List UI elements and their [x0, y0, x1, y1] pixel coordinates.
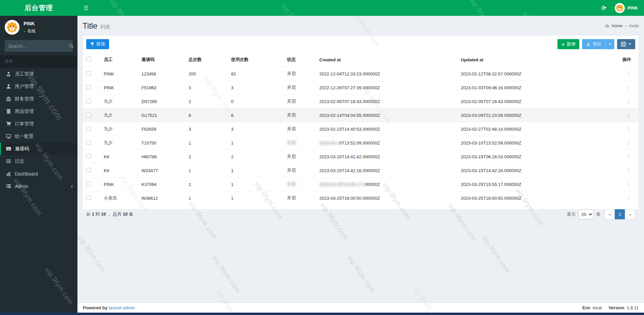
- online-dot-icon: ●: [24, 30, 25, 33]
- sidebar-item-admin[interactable]: Admin ‹: [0, 180, 77, 192]
- breadcrumb-home-link[interactable]: Home: [612, 24, 622, 28]
- column-header: 邀请码: [138, 53, 185, 67]
- cell-updated-at: 2023-03-10T13:52:09.000000Z: [457, 136, 602, 150]
- row-actions-icon[interactable]: ⋮: [626, 154, 631, 159]
- select-all-checkbox[interactable]: [86, 57, 91, 62]
- pagination-prev-button[interactable]: «: [605, 209, 615, 219]
- row-checkbox[interactable]: [86, 168, 91, 172]
- laravel-admin-link[interactable]: laravel-admin: [109, 305, 135, 310]
- cell-created-at: 2023-03-10T13:52:09.000000Z: [316, 136, 457, 150]
- row-actions-icon[interactable]: ⋮: [626, 98, 631, 104]
- search-input[interactable]: [8, 43, 69, 49]
- cell-invite-code: F63559: [138, 122, 185, 136]
- cell-invite-code: G17521: [138, 108, 185, 122]
- sidebar-item-logs[interactable]: 日志: [0, 155, 77, 167]
- sidebar-item-orders[interactable]: 订单管理: [0, 118, 77, 130]
- log-icon: [6, 159, 11, 164]
- cell-used-times: 6: [228, 108, 284, 122]
- table-row[interactable]: 九少 D57289 2 0 开启 2023-02-05T07:16:43.000…: [83, 95, 639, 108]
- add-button[interactable]: + 新增: [557, 39, 579, 49]
- column-selector-button[interactable]: [617, 39, 635, 49]
- avatar: [615, 3, 625, 13]
- cell-updated-at: 2023-03-09T01:23:09.000000Z: [457, 108, 602, 122]
- cell-created-at: 2022-12-26T07:27:39.000000Z: [316, 81, 457, 95]
- row-checkbox[interactable]: [86, 195, 91, 200]
- row-checkbox[interactable]: [86, 99, 91, 103]
- table-row[interactable]: 九少 T10750 1 1 开启 2023-03-10T13:52:09.000…: [83, 136, 639, 150]
- download-icon: [586, 42, 590, 46]
- cell-total-times: 2: [185, 95, 228, 108]
- row-checkbox[interactable]: [86, 71, 91, 76]
- per-page-select[interactable]: 20: [578, 209, 593, 219]
- invite-codes-table: 员工 邀请码 总次数 使用次数 状态 Created at Updated at…: [83, 53, 639, 205]
- row-checkbox[interactable]: [86, 154, 91, 159]
- table-row[interactable]: 九少 G17521 6 6 开启 2023-02-14T04:04:55.000…: [83, 108, 639, 122]
- table-row[interactable]: PINK 123456 200 82 开启 2022-12-04T12:33:2…: [83, 67, 639, 81]
- row-checkbox[interactable]: [86, 140, 91, 145]
- admin-screen: 后台管理 ☰ ⟳ PINK PINK ● 在线: [0, 0, 644, 315]
- cell-employee: 九少: [100, 122, 138, 136]
- cell-status: 开启: [284, 164, 316, 178]
- sidebar-item-employees[interactable]: 员工管理: [0, 68, 77, 80]
- sidebar-toggle-icon[interactable]: ☰: [77, 0, 94, 16]
- cell-status: 开启: [284, 178, 316, 191]
- employee-icon: [6, 71, 11, 76]
- export-dropdown-toggle[interactable]: [605, 39, 614, 49]
- env-version: Env local Version 1.8.11: [582, 305, 639, 310]
- pagination-next-button[interactable]: »: [625, 209, 635, 219]
- search-icon[interactable]: [69, 44, 74, 49]
- cell-status: 开启: [284, 122, 316, 136]
- row-actions-icon[interactable]: ⋮: [626, 112, 631, 118]
- row-actions-icon[interactable]: ⋮: [626, 126, 631, 132]
- row-checkbox[interactable]: [86, 182, 91, 186]
- cell-employee: PINK: [100, 67, 138, 81]
- bottom-strip: [0, 313, 644, 315]
- row-actions-icon[interactable]: ⋮: [626, 140, 631, 146]
- table-row[interactable]: 小东北 W36612 1 1 开启 2023-03-25T16:00:50.00…: [83, 191, 639, 205]
- cell-total-times: 200: [185, 67, 228, 81]
- cell-used-times: 2: [228, 150, 284, 164]
- table-row[interactable]: KK W33477 1 1 开启 2023-03-15T14:42:16.000…: [83, 164, 639, 178]
- row-actions-icon[interactable]: ⋮: [626, 71, 631, 76]
- cell-total-times: 1: [185, 136, 228, 150]
- refresh-icon[interactable]: ⟳: [602, 4, 607, 12]
- column-header: 总次数: [185, 53, 228, 67]
- row-checkbox[interactable]: [86, 126, 91, 131]
- user-menu[interactable]: PINK: [615, 3, 638, 13]
- row-checkbox[interactable]: [86, 85, 91, 90]
- breadcrumb-current: Invite: [629, 24, 639, 28]
- export-button[interactable]: 导出: [582, 39, 605, 49]
- user-icon: [6, 84, 11, 89]
- sidebar-item-invite[interactable]: 邀请码: [0, 143, 77, 155]
- brand-logo[interactable]: 后台管理: [0, 0, 77, 16]
- cell-status: 开启: [284, 191, 316, 205]
- sidebar-item-goods[interactable]: 商品管理: [0, 105, 77, 118]
- table-row[interactable]: PINK K37094 1 1 开启 2023-03-25T15:55:17.0…: [83, 178, 639, 191]
- column-header: Created at: [316, 53, 457, 67]
- keyboard-icon: [6, 146, 11, 151]
- pagination-page-1-button[interactable]: 1: [615, 209, 625, 219]
- cell-updated-at: 2023-02-27T02:48:14.000000Z: [457, 122, 602, 136]
- row-actions-icon[interactable]: ⋮: [626, 167, 631, 173]
- cell-created-at: 2023-02-05T07:16:43.000000Z: [316, 95, 457, 108]
- sidebar-item-users[interactable]: 用户管理: [0, 80, 77, 93]
- table-row[interactable]: 九少 F63559 3 3 开启 2023-02-23T14:40:53.000…: [83, 122, 639, 136]
- cell-employee: 九少: [100, 95, 138, 108]
- row-actions-icon[interactable]: ⋮: [626, 181, 631, 187]
- row-actions-icon[interactable]: ⋮: [626, 85, 631, 90]
- table-row[interactable]: PINK F51963 3 3 开启 2022-12-26T07:27:39.0…: [83, 81, 639, 95]
- sidebar-item-config[interactable]: 统一配置: [0, 130, 77, 143]
- column-header: 状态: [284, 53, 316, 67]
- sidebar-item-finance[interactable]: 财务管理: [0, 93, 77, 105]
- caret-down-icon: [609, 43, 611, 45]
- page-subtitle: 列表: [100, 24, 110, 30]
- filter-button[interactable]: 筛选: [86, 39, 109, 49]
- sidebar-item-dashboard[interactable]: Dashboard: [0, 167, 77, 180]
- table-footer: 从 1 到 10 ， 总共 10 条 显示 20 条 « 1 »: [83, 205, 639, 224]
- chart-icon: [6, 171, 11, 176]
- row-checkbox[interactable]: [86, 113, 91, 117]
- row-actions-icon[interactable]: ⋮: [626, 195, 631, 201]
- column-header: Updated at: [457, 53, 602, 67]
- table-row[interactable]: KK H60786 2 2 开启 2023-03-15T14:41:42.000…: [83, 150, 639, 164]
- cell-used-times: 0: [228, 95, 284, 108]
